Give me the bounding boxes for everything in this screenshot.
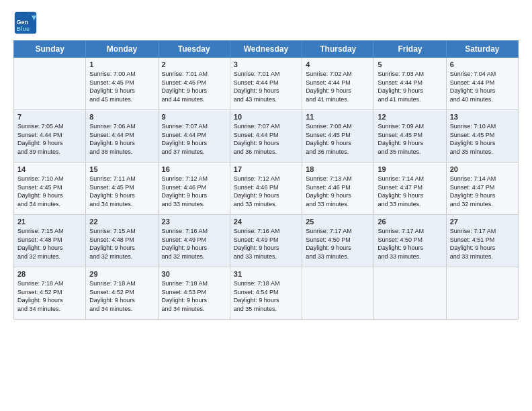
day-number: 22 (89, 218, 154, 226)
calendar-cell: 1Sunrise: 7:00 AM Sunset: 4:45 PM Daylig… (86, 58, 158, 110)
calendar-cell: 25Sunrise: 7:17 AM Sunset: 4:50 PM Dayli… (302, 215, 374, 267)
calendar-cell: 29Sunrise: 7:18 AM Sunset: 4:52 PM Dayli… (86, 267, 158, 320)
calendar-cell: 17Sunrise: 7:12 AM Sunset: 4:46 PM Dayli… (230, 163, 302, 215)
day-number: 9 (162, 113, 226, 121)
cell-content: Sunrise: 7:02 AM Sunset: 4:44 PM Dayligh… (306, 70, 370, 103)
day-number: 25 (306, 218, 370, 226)
calendar-cell: 27Sunrise: 7:17 AM Sunset: 4:51 PM Dayli… (446, 215, 518, 267)
cell-content: Sunrise: 7:01 AM Sunset: 4:45 PM Dayligh… (162, 70, 226, 103)
day-number: 14 (17, 165, 82, 173)
day-header-wednesday: Wednesday (230, 41, 302, 58)
calendar-cell: 3Sunrise: 7:01 AM Sunset: 4:44 PM Daylig… (230, 58, 302, 110)
day-number: 4 (306, 60, 370, 68)
calendar-cell: 11Sunrise: 7:08 AM Sunset: 4:45 PM Dayli… (302, 110, 374, 163)
calendar-cell: 5Sunrise: 7:03 AM Sunset: 4:44 PM Daylig… (374, 58, 446, 110)
day-number: 31 (234, 270, 298, 278)
calendar-week-2: 14Sunrise: 7:10 AM Sunset: 4:45 PM Dayli… (14, 163, 519, 215)
calendar-cell (302, 267, 374, 320)
day-number: 20 (450, 165, 515, 173)
cell-content: Sunrise: 7:18 AM Sunset: 4:52 PM Dayligh… (17, 279, 82, 313)
day-number: 11 (306, 113, 370, 121)
day-number: 26 (378, 218, 442, 226)
day-header-friday: Friday (374, 41, 446, 58)
day-number: 18 (306, 165, 370, 173)
day-number: 17 (234, 165, 298, 173)
cell-content: Sunrise: 7:03 AM Sunset: 4:44 PM Dayligh… (378, 70, 442, 103)
calendar-cell: 16Sunrise: 7:12 AM Sunset: 4:46 PM Dayli… (158, 163, 230, 215)
day-number: 13 (450, 113, 515, 121)
cell-content: Sunrise: 7:16 AM Sunset: 4:49 PM Dayligh… (234, 227, 298, 261)
calendar-cell: 23Sunrise: 7:16 AM Sunset: 4:49 PM Dayli… (158, 215, 230, 267)
day-header-thursday: Thursday (302, 41, 374, 58)
calendar-week-0: 1Sunrise: 7:00 AM Sunset: 4:45 PM Daylig… (14, 58, 519, 110)
day-header-saturday: Saturday (446, 41, 518, 58)
day-number: 3 (234, 60, 298, 68)
calendar-table: SundayMondayTuesdayWednesdayThursdayFrid… (13, 40, 519, 320)
calendar-cell: 24Sunrise: 7:16 AM Sunset: 4:49 PM Dayli… (230, 215, 302, 267)
calendar-header: SundayMondayTuesdayWednesdayThursdayFrid… (14, 41, 519, 58)
day-number: 1 (89, 60, 154, 68)
calendar-cell: 19Sunrise: 7:14 AM Sunset: 4:47 PM Dayli… (374, 163, 446, 215)
cell-content: Sunrise: 7:15 AM Sunset: 4:48 PM Dayligh… (89, 227, 154, 261)
cell-content: Sunrise: 7:17 AM Sunset: 4:50 PM Dayligh… (378, 227, 442, 261)
day-number: 19 (378, 165, 442, 173)
calendar-cell: 9Sunrise: 7:07 AM Sunset: 4:44 PM Daylig… (158, 110, 230, 163)
logo-icon: Gen Blue (13, 11, 38, 35)
calendar-cell: 18Sunrise: 7:13 AM Sunset: 4:46 PM Dayli… (302, 163, 374, 215)
day-number: 29 (89, 270, 154, 278)
calendar-cell: 8Sunrise: 7:06 AM Sunset: 4:44 PM Daylig… (86, 110, 158, 163)
cell-content: Sunrise: 7:08 AM Sunset: 4:45 PM Dayligh… (306, 122, 370, 156)
day-number: 28 (17, 270, 82, 278)
cell-content: Sunrise: 7:07 AM Sunset: 4:44 PM Dayligh… (234, 122, 298, 156)
cell-content: Sunrise: 7:15 AM Sunset: 4:48 PM Dayligh… (17, 227, 82, 261)
calendar-cell: 6Sunrise: 7:04 AM Sunset: 4:44 PM Daylig… (446, 58, 518, 110)
day-header-sunday: Sunday (14, 41, 86, 58)
cell-content: Sunrise: 7:14 AM Sunset: 4:47 PM Dayligh… (450, 175, 515, 208)
calendar-cell (446, 267, 518, 320)
day-number: 15 (89, 165, 154, 173)
calendar-cell: 10Sunrise: 7:07 AM Sunset: 4:44 PM Dayli… (230, 110, 302, 163)
day-number: 2 (162, 60, 226, 68)
cell-content: Sunrise: 7:12 AM Sunset: 4:46 PM Dayligh… (234, 175, 298, 208)
cell-content: Sunrise: 7:12 AM Sunset: 4:46 PM Dayligh… (162, 175, 226, 208)
cell-content: Sunrise: 7:16 AM Sunset: 4:49 PM Dayligh… (162, 227, 226, 261)
cell-content: Sunrise: 7:10 AM Sunset: 4:45 PM Dayligh… (450, 122, 515, 156)
cell-content: Sunrise: 7:11 AM Sunset: 4:45 PM Dayligh… (89, 175, 154, 208)
calendar-cell: 13Sunrise: 7:10 AM Sunset: 4:45 PM Dayli… (446, 110, 518, 163)
cell-content: Sunrise: 7:14 AM Sunset: 4:47 PM Dayligh… (378, 175, 442, 208)
calendar-cell: 4Sunrise: 7:02 AM Sunset: 4:44 PM Daylig… (302, 58, 374, 110)
calendar-body: 1Sunrise: 7:00 AM Sunset: 4:45 PM Daylig… (14, 58, 519, 320)
calendar-cell: 14Sunrise: 7:10 AM Sunset: 4:45 PM Dayli… (14, 163, 86, 215)
cell-content: Sunrise: 7:04 AM Sunset: 4:44 PM Dayligh… (450, 70, 515, 103)
calendar-cell: 21Sunrise: 7:15 AM Sunset: 4:48 PM Dayli… (14, 215, 86, 267)
calendar-week-3: 21Sunrise: 7:15 AM Sunset: 4:48 PM Dayli… (14, 215, 519, 267)
page-container: Gen Blue SundayMondayTuesdayWednesdayThu… (0, 0, 532, 326)
svg-text:Gen: Gen (17, 19, 29, 26)
day-number: 6 (450, 60, 515, 68)
cell-content: Sunrise: 7:01 AM Sunset: 4:44 PM Dayligh… (234, 70, 298, 103)
day-number: 12 (378, 113, 442, 121)
day-number: 10 (234, 113, 298, 121)
logo: Gen Blue (13, 11, 40, 35)
header: Gen Blue (13, 11, 519, 35)
calendar-week-4: 28Sunrise: 7:18 AM Sunset: 4:52 PM Dayli… (14, 267, 519, 320)
calendar-cell (14, 58, 86, 110)
cell-content: Sunrise: 7:09 AM Sunset: 4:45 PM Dayligh… (378, 122, 442, 156)
cell-content: Sunrise: 7:13 AM Sunset: 4:46 PM Dayligh… (306, 175, 370, 208)
cell-content: Sunrise: 7:17 AM Sunset: 4:50 PM Dayligh… (306, 227, 370, 261)
calendar-cell: 30Sunrise: 7:18 AM Sunset: 4:53 PM Dayli… (158, 267, 230, 320)
cell-content: Sunrise: 7:05 AM Sunset: 4:44 PM Dayligh… (17, 122, 82, 156)
calendar-cell: 28Sunrise: 7:18 AM Sunset: 4:52 PM Dayli… (14, 267, 86, 320)
cell-content: Sunrise: 7:18 AM Sunset: 4:54 PM Dayligh… (234, 279, 298, 313)
cell-content: Sunrise: 7:17 AM Sunset: 4:51 PM Dayligh… (450, 227, 515, 261)
calendar-cell: 12Sunrise: 7:09 AM Sunset: 4:45 PM Dayli… (374, 110, 446, 163)
day-number: 27 (450, 218, 515, 226)
svg-text:Blue: Blue (17, 26, 30, 32)
day-number: 24 (234, 218, 298, 226)
day-number: 8 (89, 113, 154, 121)
day-number: 21 (17, 218, 82, 226)
day-number: 7 (17, 113, 82, 121)
cell-content: Sunrise: 7:00 AM Sunset: 4:45 PM Dayligh… (89, 70, 154, 103)
day-header-tuesday: Tuesday (158, 41, 230, 58)
calendar-week-1: 7Sunrise: 7:05 AM Sunset: 4:44 PM Daylig… (14, 110, 519, 163)
